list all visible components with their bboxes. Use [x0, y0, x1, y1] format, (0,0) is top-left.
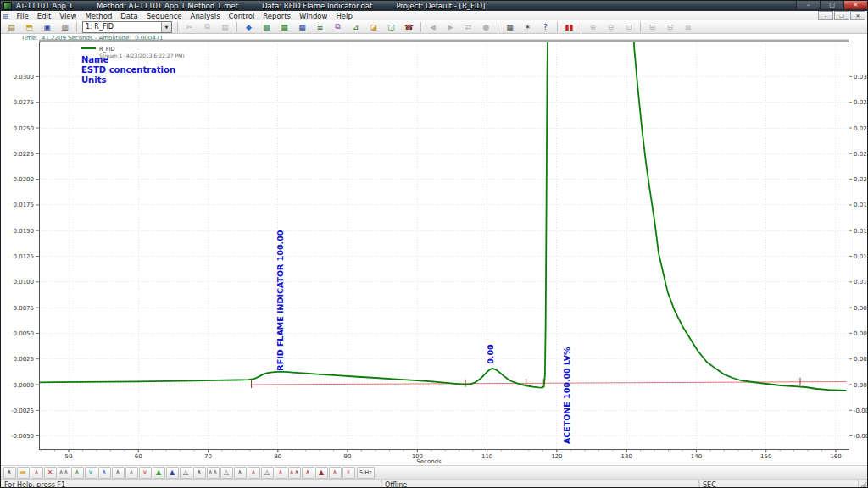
peak-annotation: RFID FLAME INDICATOR 100.00 — [275, 230, 285, 370]
menu-window[interactable]: Window — [295, 12, 332, 20]
sample-rate-button[interactable]: 5 Hz — [357, 467, 375, 479]
mdi-restore-button[interactable]: ❐ — [834, 11, 849, 20]
valley-teal-button[interactable]: ∨ — [85, 467, 97, 479]
y-tick-label-left: 0.0225 — [14, 151, 35, 158]
chevron-down-icon[interactable]: ▼ — [161, 22, 171, 32]
fill-peak-green-button[interactable]: ▲ — [153, 467, 165, 479]
x-tick-label: 90 — [344, 453, 352, 460]
y-tick-label-right: 0.0175 — [854, 202, 868, 208]
menu-help[interactable]: Help — [331, 12, 356, 20]
y-tick-label-right: 0.0025 — [854, 356, 868, 363]
menu-reports[interactable]: Reports — [259, 12, 295, 20]
reject-peak-button[interactable]: ☓ — [342, 467, 355, 479]
x-tick-label: 60 — [135, 453, 142, 460]
shield-button[interactable]: ◆ — [241, 20, 257, 34]
legend-info-line: ESTD concentration — [81, 65, 175, 75]
menu-view[interactable]: View — [55, 12, 81, 20]
toolbar-separator — [498, 22, 498, 32]
peak-23-button[interactable]: ∧ — [302, 467, 314, 479]
mdi-minimize-button[interactable]: – — [818, 11, 833, 20]
y-tick-label-right: -0.0025 — [854, 408, 868, 414]
y-tick-label-left: -0.0050 — [11, 433, 34, 440]
open-button[interactable]: ⬒ — [21, 20, 37, 34]
peak-20-button[interactable]: △ — [261, 467, 274, 479]
close-button[interactable]: ✕ — [843, 1, 867, 9]
y-tick-label-left: 0.0100 — [14, 279, 35, 286]
chromatogram-plot[interactable]: 5060708090100110120130140150160-0.0050-0… — [1, 34, 868, 465]
valley-red-button[interactable]: ∨ — [139, 467, 152, 479]
y-tick-label-left: 0.0150 — [14, 228, 35, 235]
resize-grip[interactable]: ◢ — [860, 480, 867, 488]
y-tick-label-right: 0.0075 — [854, 305, 868, 312]
new-button[interactable]: ▤ — [3, 20, 19, 34]
legend-info-line: Units — [81, 75, 106, 85]
maximize-button[interactable]: □ — [820, 1, 843, 9]
tools-button[interactable]: ✶ — [520, 20, 536, 34]
copy-button: ⧉ — [199, 20, 215, 34]
data-title: Data: RFID Flame Indicator.dat — [262, 2, 373, 10]
channel-select[interactable]: 1: R_FID ▼ — [82, 21, 172, 33]
menu-data[interactable]: Data — [116, 12, 142, 20]
pan-reset-button: ⊠ — [680, 20, 696, 34]
strike-peak-button[interactable]: ∧ — [329, 467, 342, 479]
table-green-button[interactable]: ▦ — [276, 20, 292, 34]
list-details-button[interactable]: ≣ — [312, 20, 328, 34]
peak-17-button[interactable]: △ — [220, 467, 233, 479]
double-peak-2-button[interactable]: ∧∧ — [207, 467, 220, 479]
print-button[interactable]: ▥ — [57, 20, 73, 34]
delete-peak-button[interactable]: ✕ — [44, 467, 57, 479]
peak-21-button[interactable]: ∧ — [275, 467, 287, 479]
peak-18-button[interactable]: ∧ — [234, 467, 247, 479]
app-window: AT-11101 App 1 Method: AT-11101 App 1 Me… — [0, 0, 868, 488]
menu-edit[interactable]: Edit — [33, 12, 55, 20]
monitor-button[interactable]: ▢ — [383, 20, 399, 34]
y-tick-label-left: 0.0250 — [14, 125, 35, 132]
y-tick-label-right: 0.0300 — [854, 74, 868, 80]
chart-axes-button[interactable]: ⊿ — [348, 20, 364, 34]
menu-file[interactable]: File — [13, 12, 33, 20]
peak-wide-button[interactable]: ∧ — [112, 467, 125, 479]
table-blue-button[interactable]: ▦ — [294, 20, 310, 34]
peak-19-button[interactable]: ∧ — [248, 467, 260, 479]
fill-peak-blue-button[interactable]: ▲ — [166, 467, 179, 479]
toolbar-separator — [557, 22, 558, 32]
chart-image-button[interactable]: ▩ — [259, 20, 275, 34]
integrate-peak-button[interactable]: ∧ — [3, 467, 16, 479]
relations-button[interactable]: ⧉ — [330, 20, 346, 34]
toolbar-separator — [581, 22, 581, 32]
mdi-close-button[interactable]: ✕ — [850, 11, 865, 20]
x-tick-label: 50 — [65, 453, 73, 460]
peak-outline-button[interactable]: △ — [180, 467, 192, 479]
zoom-in-button: ⊕ — [585, 20, 601, 34]
toolbar-separator — [177, 22, 178, 32]
double-peak-3-button[interactable]: ∧∧ — [288, 467, 301, 479]
toolbar-separator — [640, 22, 641, 32]
peak-annotation: 0.00 — [486, 344, 495, 364]
menu-analysis[interactable]: Analysis — [186, 12, 225, 20]
toolbar-separator — [420, 22, 421, 32]
report-lock-button[interactable]: ◪ — [365, 20, 381, 34]
double-peak-button[interactable]: ∧∧ — [58, 467, 70, 479]
save-button[interactable]: ▣ — [39, 20, 55, 34]
minimize-button[interactable]: – — [796, 1, 820, 9]
manual-baseline-button[interactable]: ▬ — [17, 467, 30, 479]
drop-peak-button[interactable]: ▲ — [315, 467, 328, 479]
menu-control[interactable]: Control — [225, 12, 259, 20]
y-tick-label-right: 0.0275 — [854, 99, 868, 106]
peak-tall-button[interactable]: ∧ — [193, 467, 206, 479]
peak-green-button[interactable]: ∧ — [71, 467, 84, 479]
y-tick-label-left: 0.0275 — [14, 99, 35, 106]
grid-window-button[interactable]: ▦ — [502, 20, 518, 34]
chromatogram-trace — [39, 34, 846, 391]
peak-marks-button[interactable]: ∧ — [31, 467, 43, 479]
next-button: ▶ — [442, 20, 459, 34]
menu-method[interactable]: Method — [81, 12, 116, 20]
peak-small-button[interactable]: ∧ — [125, 467, 138, 479]
peak-blue-button[interactable]: ∧ — [98, 467, 111, 479]
menu-sequence[interactable]: Sequence — [142, 12, 186, 20]
help-button[interactable]: ? — [537, 20, 554, 34]
y-tick-label-right: 0.0200 — [854, 176, 868, 183]
columns-red-button[interactable]: ▮▮ — [561, 20, 577, 34]
zoom-out-button: ⊖ — [603, 20, 619, 34]
remote-button[interactable]: ☎ — [401, 20, 417, 34]
